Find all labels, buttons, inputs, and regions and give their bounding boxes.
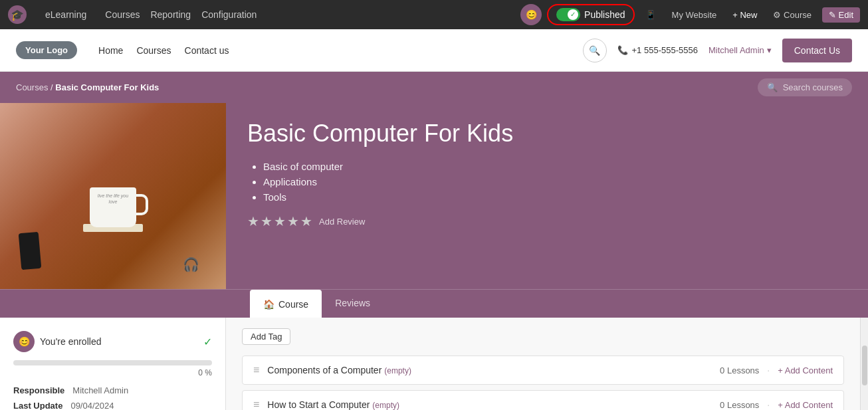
progress-label: 0 %	[13, 368, 212, 377]
search-btn[interactable]: 🔍	[583, 39, 607, 62]
stars: ★★★★★	[247, 213, 314, 229]
coffee-cup: live the life you love	[90, 187, 136, 227]
content-title-1: Components of a Computer (empty)	[267, 365, 712, 375]
phone-icon: 📞	[617, 45, 628, 55]
published-label: Published	[584, 9, 625, 20]
last-update-value: 09/04/2024	[70, 401, 114, 410]
breadcrumb-current: Basic Computer For Kids	[55, 82, 159, 92]
tab-reviews[interactable]: Reviews	[322, 290, 383, 318]
website-header: Your Logo Home Courses Contact us 🔍 📞 +1…	[0, 29, 868, 72]
separator-2: ·	[767, 399, 770, 410]
course-content-area: Add Tag ≡ Components of a Computer (empt…	[226, 318, 860, 410]
app-name[interactable]: eLearning	[37, 0, 94, 29]
progress-bar-bg	[13, 360, 212, 365]
admin-nav-configuration[interactable]: Configuration	[201, 9, 257, 20]
home-icon: 🏠	[263, 299, 274, 310]
admin-bar: 🎓 eLearning Courses Reporting Configurat…	[0, 0, 868, 29]
lesson-count-1: 0 Lessons	[720, 365, 759, 375]
course-image: live the life you love 🎧	[0, 103, 226, 289]
admin-nav-reporting[interactable]: Reporting	[150, 9, 191, 20]
course-settings-btn[interactable]: ⚙ Course	[768, 7, 817, 23]
phone-number: +1 555-555-5556	[632, 45, 698, 55]
mobile-view-btn[interactable]: 📱	[640, 7, 661, 23]
content-area: live the life you love 🎧 Basic Computer …	[0, 103, 868, 410]
site-logo[interactable]: Your Logo	[16, 41, 77, 59]
breadcrumb-bar: Courses / Basic Computer For Kids 🔍 Sear…	[0, 72, 868, 103]
course-body: 😊 You're enrolled ✓ 0 % Responsible Mitc…	[0, 318, 868, 410]
add-tag-button[interactable]: Add Tag	[242, 328, 290, 345]
enrolled-badge: 😊 You're enrolled ✓	[13, 331, 212, 352]
headphones-icon: 🎧	[183, 256, 199, 272]
site-nav: Home Courses Contact us	[98, 45, 229, 56]
new-btn[interactable]: + New	[727, 7, 762, 23]
enrolled-avatar: 😊	[13, 331, 35, 352]
progress-bar-container: 0 %	[13, 360, 212, 377]
responsible-value: Mitchell Admin	[72, 385, 128, 395]
add-content-button-2[interactable]: + Add Content	[778, 400, 833, 410]
nav-contact[interactable]: Contact us	[185, 45, 229, 56]
search-icon: 🔍	[767, 82, 778, 92]
edit-btn[interactable]: ✎ Edit	[822, 7, 860, 23]
course-title: Basic Computer For Kids	[247, 119, 847, 148]
course-tabs: 🏠 Course Reviews	[0, 289, 868, 318]
lesson-count-2: 0 Lessons	[720, 400, 759, 410]
course-info: Basic Computer For Kids Basic of compute…	[226, 103, 868, 289]
course-hero: live the life you love 🎧 Basic Computer …	[0, 103, 868, 289]
tab-course[interactable]: 🏠 Course	[250, 290, 322, 318]
search-placeholder: Search courses	[783, 82, 843, 92]
my-website-btn[interactable]: My Website	[667, 7, 722, 23]
table-row: ≡ How to Start a Computer (empty) 0 Less…	[242, 390, 844, 410]
last-update-row: Last Update 09/04/2024	[13, 401, 212, 410]
scrollbar-thumb[interactable]	[862, 346, 867, 385]
user-dropdown[interactable]: Mitchell Admin ▾	[708, 45, 772, 55]
cup-text: live the life you love	[95, 193, 132, 205]
table-row: ≡ Components of a Computer (empty) 0 Les…	[242, 356, 844, 385]
separator-1: ·	[767, 365, 770, 375]
search-icon: 🔍	[589, 45, 600, 56]
drag-handle-icon[interactable]: ≡	[253, 399, 259, 410]
course-sidebar: 😊 You're enrolled ✓ 0 % Responsible Mitc…	[0, 318, 226, 410]
scrollbar-track[interactable]	[860, 318, 868, 410]
published-toggle[interactable]	[556, 8, 580, 21]
breadcrumb-parent[interactable]: Courses	[16, 82, 48, 92]
enrolled-text: You're enrolled	[40, 336, 198, 347]
bullet-2: Applications	[263, 176, 847, 187]
responsible-row: Responsible Mitchell Admin	[13, 385, 212, 395]
course-bullets: Basic of computer Applications Tools	[247, 161, 847, 203]
app-logo-icon: 🎓	[8, 5, 27, 24]
username: Mitchell Admin	[708, 45, 764, 55]
user-avatar[interactable]: 😊	[520, 4, 542, 25]
content-title-2: How to Start a Computer (empty)	[267, 399, 712, 410]
contact-us-button[interactable]: Contact Us	[782, 39, 852, 62]
star-rating: ★★★★★ Add Review	[247, 213, 847, 229]
phone-device	[19, 232, 42, 270]
nav-courses[interactable]: Courses	[136, 45, 171, 56]
admin-right-actions: 😊 Published 📱 My Website + New ⚙ Course …	[520, 4, 860, 25]
admin-nav: Courses Reporting Configuration	[105, 9, 510, 20]
mobile-icon: 📱	[645, 10, 656, 20]
drag-handle-icon[interactable]: ≡	[253, 364, 259, 376]
phone-section: 📞 +1 555-555-5556	[617, 45, 698, 55]
add-review-link[interactable]: Add Review	[319, 217, 365, 227]
logo-text: Your Logo	[25, 45, 68, 55]
course-image-inner: live the life you love 🎧	[0, 103, 226, 289]
bullet-1: Basic of computer	[263, 161, 847, 172]
empty-badge-1: (empty)	[384, 366, 411, 375]
main-content: live the life you love 🎧 Basic Computer …	[0, 103, 868, 410]
nav-home[interactable]: Home	[98, 45, 123, 56]
admin-nav-courses[interactable]: Courses	[105, 9, 140, 20]
last-update-label: Last Update	[13, 401, 62, 410]
dropdown-arrow: ▾	[767, 45, 772, 55]
check-icon: ✓	[203, 336, 212, 348]
course-search[interactable]: 🔍 Search courses	[758, 78, 852, 96]
sidebar-info: Responsible Mitchell Admin Last Update 0…	[13, 385, 212, 410]
bullet-3: Tools	[263, 191, 847, 203]
breadcrumb: Courses / Basic Computer For Kids	[16, 82, 159, 92]
published-badge[interactable]: Published	[547, 4, 635, 25]
empty-badge-2: (empty)	[372, 401, 399, 410]
responsible-label: Responsible	[13, 385, 64, 395]
coffee-scene: live the life you love 🎧	[0, 103, 226, 289]
add-content-button-1[interactable]: + Add Content	[778, 365, 833, 375]
